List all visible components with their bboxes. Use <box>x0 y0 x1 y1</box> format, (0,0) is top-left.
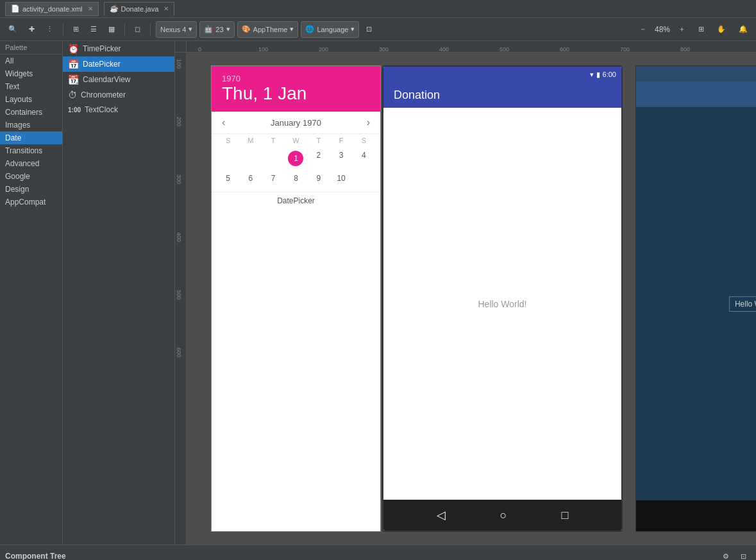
dp-day-1[interactable]: 1 <box>285 147 307 170</box>
hello-world-right: Hello World! <box>735 300 756 309</box>
widget-datepicker[interactable]: 📅 DatePicker <box>63 56 174 72</box>
palette-item-design[interactable]: Design <box>0 183 62 196</box>
nav-back-button[interactable]: ◁ <box>437 508 446 522</box>
nav-recent-button[interactable]: □ <box>562 509 569 522</box>
palette-panel: Palette All Widgets Text Layouts Contain… <box>0 41 63 545</box>
notification-button[interactable]: 🔔 <box>734 21 752 38</box>
nexus-label: Nexus 4 <box>160 26 186 33</box>
java-file-icon: ☕ <box>110 4 119 13</box>
component-tree-settings[interactable]: ⚙ <box>718 548 734 560</box>
dp-day-4[interactable]: 4 <box>353 147 375 170</box>
panel-button[interactable]: ▦ <box>104 21 119 38</box>
palette-item-images[interactable]: Images <box>0 119 62 132</box>
palette-item-transitions[interactable]: Transitions <box>0 144 62 157</box>
palette-item-text[interactable]: Text <box>0 80 62 93</box>
palette-item-google[interactable]: Google <box>0 170 62 183</box>
dp-calendar: S M T W T F S <box>212 134 380 192</box>
dp-day-9[interactable]: 9 <box>307 170 330 187</box>
dp-prev-button[interactable]: ‹ <box>222 117 225 128</box>
android-icon: 🤖 <box>204 25 213 33</box>
device-dropdown[interactable]: Nexus 4 ▾ <box>156 21 197 38</box>
palette-item-containers[interactable]: Containers <box>0 106 62 119</box>
dp-day-10[interactable]: 10 <box>330 170 352 187</box>
dp-day-7[interactable]: 7 <box>262 170 285 187</box>
right-panel-toolbar <box>636 81 756 107</box>
phone-app-title: Donation <box>394 89 440 102</box>
timepicker-icon: ⏰ <box>68 44 79 54</box>
component-tree-layout[interactable]: ⊡ <box>736 548 751 560</box>
dp-day-3[interactable]: 3 <box>330 147 352 170</box>
datepicker-label: DatePicker <box>83 60 121 69</box>
zoom-in-button[interactable]: ＋ <box>674 21 690 38</box>
dp-day-8[interactable]: 8 <box>285 170 307 187</box>
theme-label: AppTheme <box>253 26 288 33</box>
tab-xml[interactable]: 📄 activity_donate.xml ✕ <box>5 2 99 16</box>
phone-mockup: ▾ ▮ 6:00 Donation Hello World! ◁ ○ □ <box>382 65 623 532</box>
tab-xml-label: activity_donate.xml <box>22 5 83 13</box>
ruler-horizontal: 0 100 200 300 400 500 600 700 800 <box>175 41 756 53</box>
dp-day-6[interactable]: 6 <box>239 170 262 187</box>
tab-xml-close[interactable]: ✕ <box>88 5 93 12</box>
shapes-button[interactable]: ◻ <box>130 21 145 38</box>
component-tree-header: Component Tree ⚙ ⊡ <box>0 545 756 560</box>
tab-java-close[interactable]: ✕ <box>164 5 169 12</box>
api-dropdown[interactable]: 🤖 23 ▾ <box>199 21 234 38</box>
layout-icon2: ⊡ <box>741 552 746 561</box>
phone-status-bar: ▾ ▮ 6:00 <box>383 67 621 82</box>
dp-date: Thu, 1 Jan <box>222 83 370 104</box>
dp-next-button[interactable]: › <box>367 117 370 128</box>
dp-weekday-s1: S <box>217 134 239 147</box>
ruler-corner <box>175 41 187 53</box>
palette-item-date[interactable]: Date <box>0 132 62 144</box>
layout-button[interactable]: ⊡ <box>362 21 376 38</box>
sep2 <box>124 23 125 36</box>
list-icon: ☰ <box>90 25 97 33</box>
widget-calendarview[interactable]: 📆 CalendarView <box>63 72 174 87</box>
sep3 <box>150 23 151 36</box>
dp-days: 1 2 3 4 5 6 7 8 9 10 <box>217 147 375 187</box>
bottom-section: Component Tree ⚙ ⊡ ▾ N ConstraintLayout … <box>0 545 756 560</box>
timepicker-label: TimePicker <box>83 44 121 53</box>
palette-item-widgets[interactable]: Widgets <box>0 67 62 80</box>
grid-button[interactable]: ⊞ <box>69 21 83 38</box>
tab-java[interactable]: ☕ Donate.java ✕ <box>104 2 175 16</box>
language-dropdown[interactable]: 🌐 Language ▾ <box>301 21 359 38</box>
chronometer-icon: ⏱ <box>68 90 77 100</box>
palette-item-layouts[interactable]: Layouts <box>0 93 62 106</box>
ruler-ticks: 0 100 200 300 400 500 600 700 800 <box>187 41 756 53</box>
hand-icon: ✋ <box>717 25 726 33</box>
theme-dropdown[interactable]: 🎨 AppTheme ▾ <box>237 21 299 38</box>
list-button[interactable]: ☰ <box>86 21 101 38</box>
dp-day-2[interactable]: 2 <box>307 147 330 170</box>
config-button[interactable]: ⋮ <box>42 21 58 38</box>
zoom-out-button[interactable]: － <box>635 21 651 38</box>
hand-button[interactable]: ✋ <box>712 21 730 38</box>
dp-weekday-m: M <box>239 134 262 147</box>
bell-icon: 🔔 <box>739 25 748 33</box>
palette-item-advanced[interactable]: Advanced <box>0 157 62 170</box>
zoom-controls: － 48% ＋ ⊞ ✋ 🔔 <box>635 21 752 38</box>
fit-button[interactable]: ⊞ <box>694 21 709 38</box>
grid-icon: ⊞ <box>73 25 79 33</box>
widget-textclock[interactable]: 1:00 TextClock <box>63 103 174 117</box>
dp-day-5[interactable]: 5 <box>217 170 239 187</box>
config-icon: ⋮ <box>46 25 53 33</box>
tab-java-label: Donate.java <box>121 5 159 13</box>
palette-item-all[interactable]: All <box>0 55 62 67</box>
shapes-icon: ◻ <box>135 25 140 33</box>
dp-weekdays: S M T W T F S <box>217 134 375 147</box>
status-time: 6:00 <box>603 71 616 78</box>
xml-file-icon: 📄 <box>11 4 20 13</box>
search-button[interactable]: 🔍 <box>4 21 22 38</box>
sep1 <box>63 23 63 36</box>
widget-chronometer[interactable]: ⏱ Chronometer <box>63 87 174 103</box>
calendarview-label: CalendarView <box>83 75 131 84</box>
widget-timepicker[interactable]: ⏰ TimePicker <box>63 41 174 56</box>
theme-dropdown-arrow: ▾ <box>290 25 294 33</box>
nav-home-button[interactable]: ○ <box>500 509 507 522</box>
wifi-icon: ▾ <box>590 71 594 79</box>
calendarview-icon: 📆 <box>68 74 79 85</box>
dp-day-empty1 <box>217 147 239 170</box>
palette-item-appcompat[interactable]: AppCompat <box>0 196 62 208</box>
add-button[interactable]: ✚ <box>24 21 39 38</box>
